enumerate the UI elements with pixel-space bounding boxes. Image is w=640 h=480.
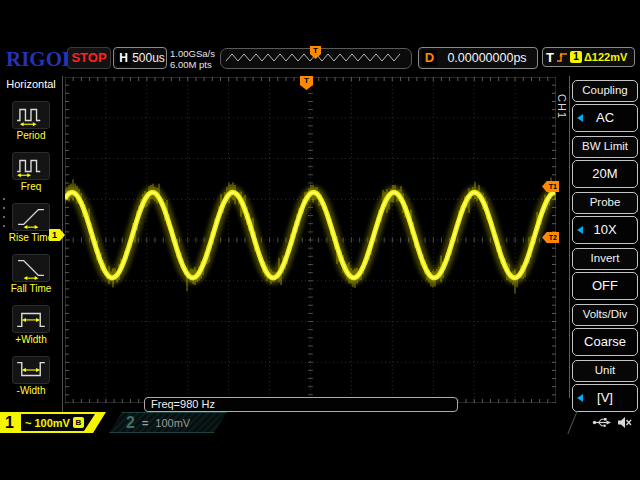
sample-rate: 1.00GSa/s: [170, 48, 215, 59]
menu-item-label: Period: [17, 130, 46, 141]
softkey-title: Unit: [572, 360, 638, 382]
oscilloscope-screen: RIGOL STOP H 500us 1.00GSa/s 6.00M pts T…: [0, 0, 640, 480]
softkey-unit[interactable]: Unit [V]: [572, 360, 638, 412]
bw-limit-badge: B: [73, 417, 84, 428]
channel2-number: 2: [126, 414, 135, 432]
softkey-value[interactable]: Coarse: [572, 328, 638, 356]
acquisition-info: 1.00GSa/s 6.00M pts: [170, 48, 215, 70]
softkey-value[interactable]: [V]: [572, 384, 638, 412]
softkey-value[interactable]: OFF: [572, 272, 638, 300]
timebase-box[interactable]: H 500us: [113, 47, 167, 69]
softkey-title: Probe: [572, 192, 638, 214]
rigol-logo: RIGOL: [6, 47, 76, 72]
softkey-title: Invert: [572, 248, 638, 270]
menu-item-label: +Width: [15, 334, 46, 345]
horizontal-label: H: [116, 50, 131, 66]
channel-status-bar: 1 ~ 100mV B 2 = 100mV: [0, 412, 640, 433]
menu-item-freq[interactable]: Freq: [0, 141, 62, 192]
menu-item-fall-time[interactable]: Fall Time: [0, 243, 62, 294]
menu-item-minus-width[interactable]: -Width: [0, 345, 62, 396]
channel1-badge[interactable]: 1 ~ 100mV B: [0, 412, 106, 433]
softkey-volts-div[interactable]: Volts/Div Coarse: [572, 304, 638, 356]
header-bar: RIGOL STOP H 500us 1.00GSa/s 6.00M pts T…: [0, 46, 640, 74]
left-menu-title: Horizontal: [0, 78, 62, 90]
ac-coupling-symbol: ~: [25, 417, 31, 429]
freq-measurement-readout: Freq=980 Hz: [144, 397, 458, 412]
softkey-value[interactable]: AC: [572, 104, 638, 132]
menu-item-plus-width[interactable]: +Width: [0, 294, 62, 345]
menu-item-label: Fall Time: [11, 283, 52, 294]
trigger-label: T: [546, 50, 554, 65]
channel2-scale: 100mV: [155, 417, 190, 429]
delay-value: 0.00000000ps: [437, 51, 537, 65]
softkey-bw-limit[interactable]: BW Limit 20M: [572, 136, 638, 188]
speaker-muted-icon: [617, 416, 632, 429]
menu-scroll-dots: [3, 198, 5, 227]
minus-width-icon: [12, 356, 50, 384]
softkey-probe[interactable]: Probe 10X: [572, 192, 638, 244]
memory-depth: 6.00M pts: [170, 59, 215, 70]
softkey-title: Volts/Div: [572, 304, 638, 326]
graticule-grid: [65, 77, 556, 403]
run-state-button[interactable]: STOP: [67, 47, 111, 69]
softkey-value[interactable]: 20M: [572, 160, 638, 188]
softkey-value[interactable]: 10X: [572, 216, 638, 244]
more-options-icon: [577, 114, 583, 122]
softkey-coupling[interactable]: Coupling AC: [572, 80, 638, 132]
menu-item-period[interactable]: Period: [0, 90, 62, 141]
channel-tab[interactable]: CH1: [556, 94, 568, 119]
menu-divider: [569, 76, 570, 398]
softkey-title: Coupling: [572, 80, 638, 102]
usb-icon: [592, 416, 612, 429]
channel1-number: 1: [5, 412, 14, 433]
more-options-icon: [577, 226, 583, 234]
right-soft-menu: CH1 Coupling AC BW Limit 20M Probe 10X: [556, 76, 640, 402]
plus-width-icon: [12, 305, 50, 333]
trigger-level-value: Δ122mV: [584, 51, 627, 63]
freq-icon: [12, 152, 50, 180]
ch1-sine-trace: [65, 177, 555, 293]
timebase-value: 500us: [131, 51, 166, 65]
channel1-settings: ~ 100mV B: [21, 414, 95, 431]
menu-item-label: Freq: [21, 181, 42, 192]
fall-time-icon: [12, 254, 50, 282]
delay-box: D 0.00000000ps: [418, 47, 538, 69]
softkey-title: BW Limit: [572, 136, 638, 158]
peripheral-status-panel: [566, 412, 640, 433]
rising-edge-icon: [556, 50, 568, 64]
trigger-source-badge: 1: [570, 51, 582, 63]
rise-time-icon: [12, 203, 50, 231]
trigger-info-box[interactable]: T 1 Δ122mV: [542, 47, 635, 67]
trigger-position-bar[interactable]: T: [220, 48, 412, 69]
menu-scroll-dots: [636, 210, 638, 221]
menu-item-label: -Width: [17, 385, 46, 396]
menu-item-label: Rise Time: [9, 232, 53, 243]
period-icon: [12, 101, 50, 129]
delay-label: D: [422, 50, 437, 66]
waveform-display: [65, 77, 556, 403]
channel2-badge[interactable]: 2 = 100mV: [109, 412, 227, 433]
more-options-icon: [577, 394, 583, 402]
dc-coupling-symbol: =: [142, 417, 148, 429]
softkey-invert[interactable]: Invert OFF: [572, 248, 638, 300]
channel1-scale: 100mV: [34, 417, 69, 429]
left-measure-menu: Horizontal Period Freq: [0, 76, 63, 412]
